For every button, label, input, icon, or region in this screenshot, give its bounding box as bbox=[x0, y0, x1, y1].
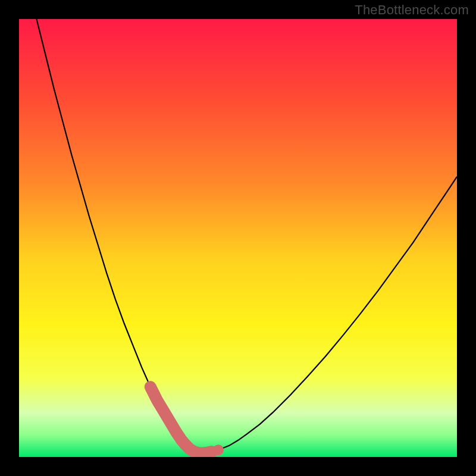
watermark-text: TheBottleneck.com bbox=[355, 2, 469, 18]
bottleneck-marker-dot bbox=[213, 444, 224, 455]
chart-container bbox=[19, 19, 457, 457]
bottleneck-chart bbox=[19, 19, 457, 457]
app-frame: TheBottleneck.com bbox=[0, 0, 476, 476]
chart-background bbox=[19, 19, 457, 457]
